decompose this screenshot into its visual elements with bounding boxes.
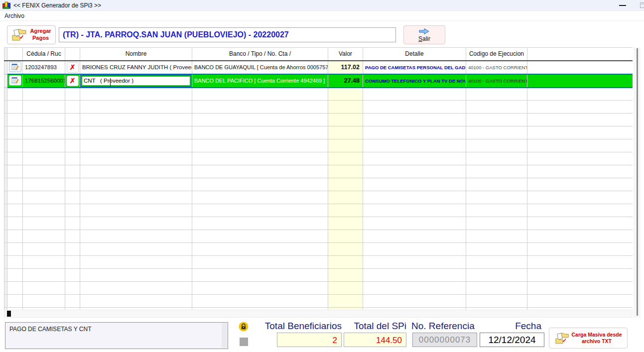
horizontal-scrollbar[interactable] <box>4 310 633 318</box>
column-header-detalle: Detalle <box>363 48 466 61</box>
total-spi-label: Total del SPi <box>319 321 406 332</box>
delete-row-button[interactable]: ✗ <box>67 62 79 73</box>
carga-masiva-label: Carga Masiva desde archivo TXT <box>572 332 622 345</box>
banco-cell[interactable]: BANCO DEL PACIFICO [ Cuenta Corriente 49… <box>192 74 328 88</box>
codigo-cell[interactable]: 40100 - GASTO CORRIENTE <box>466 74 527 88</box>
empty-row <box>4 126 633 139</box>
menu-archivo[interactable]: Archivo <box>0 12 29 19</box>
empty-row <box>4 152 633 165</box>
valor-cell[interactable]: 27.48 <box>328 74 363 88</box>
empty-row <box>4 139 633 152</box>
column-header-banco: Banco / Tipo / No. Cta / <box>192 48 328 61</box>
cedula-cell[interactable]: 1768152560001 <box>23 74 65 88</box>
column-header-nombre: Nombre <box>80 48 192 61</box>
empty-row <box>4 230 633 243</box>
grid-header-row: Cédula / Ruc Nombre Banco / Tipo / No. C… <box>4 48 633 61</box>
empty-row <box>4 204 633 217</box>
minimize-button[interactable] <box>619 5 626 6</box>
agregar-pagos-button[interactable]: Agregar Pagos <box>7 25 56 44</box>
status-square[interactable] <box>240 338 248 346</box>
title-bar: << FENIX Generador de SPi3 >> <box>0 0 644 11</box>
edit-row-button[interactable] <box>9 62 21 72</box>
total-spi-value: 144.50 <box>344 333 406 347</box>
empty-row <box>4 114 633 126</box>
note-with-pencil-icon <box>11 63 19 71</box>
total-beneficiarios-value: 2 <box>277 333 342 347</box>
menu-bar: Archivo <box>0 11 644 21</box>
column-header-codigo: Codigo de Ejecucion <box>466 48 527 61</box>
agregar-pagos-label: Agregar Pagos <box>30 28 51 42</box>
salir-button[interactable]: Salir <box>403 25 445 44</box>
nombre-cell[interactable]: BRIONES CRUZ FANNY JUDITH ( Proveedor ) <box>80 61 192 74</box>
nombre-edit-input[interactable] <box>82 77 190 85</box>
valor-cell[interactable]: 117.02 <box>328 61 363 74</box>
text-caret <box>110 78 111 87</box>
blue-right-arrow-icon <box>418 28 430 35</box>
column-header-valor: Valor <box>328 48 363 61</box>
column-header <box>65 48 80 61</box>
window-title: << FENIX Generador de SPi3 >> <box>13 2 101 9</box>
note-textarea[interactable]: PAGO DE CAMISETAS Y CNT <box>5 322 228 349</box>
fecha-value[interactable]: 12/12/2024 <box>480 333 544 347</box>
codigo-cell[interactable]: 40100 - GASTO CORRIENTE <box>466 61 527 74</box>
salir-label: Salir <box>418 35 430 42</box>
folders-with-red-arrow-icon <box>555 332 570 345</box>
table-row-selected: 1768152560001 ✗ BANCO DEL PACIFICO [ Cue… <box>4 74 633 88</box>
empty-row <box>4 165 633 178</box>
column-header <box>527 48 633 61</box>
app-icon <box>2 1 10 9</box>
table-row: 1203247893 ✗ BRIONES CRUZ FANNY JUDITH (… <box>4 61 633 74</box>
empty-row <box>4 256 633 269</box>
footer: PAGO DE CAMISETAS Y CNT Total Beneficiar… <box>0 319 644 352</box>
empty-row <box>4 217 633 230</box>
empty-row <box>4 269 633 282</box>
carga-masiva-button[interactable]: Carga Masiva desde archivo TXT <box>549 328 628 349</box>
toolbar: Agregar Pagos (TR) - JTA. PARROQ.SAN JUA… <box>0 21 644 47</box>
column-header-cedula: Cédula / Ruc <box>23 48 65 61</box>
detalle-cell[interactable]: CONSUMO TELEFONICO Y PLAN TV DE NOVIEMBR… <box>363 74 466 88</box>
detalle-cell[interactable]: PAGO DE CAMISETAS PERSONAL DEL GAD <box>363 61 466 74</box>
no-referencia-value: 0000000073 <box>412 333 477 347</box>
no-referencia-label: No. Referencia <box>411 321 481 332</box>
cedula-cell[interactable]: 1203247893 <box>23 61 65 74</box>
vertical-scrollbar[interactable] <box>634 47 641 318</box>
fecha-label: Fecha <box>477 321 541 332</box>
horizontal-scrollbar-thumb[interactable] <box>7 311 11 317</box>
empty-row <box>4 191 633 204</box>
empty-row <box>4 295 633 308</box>
nombre-edit-box <box>80 75 192 87</box>
red-x-icon: ✗ <box>70 63 76 71</box>
note-with-pencil-icon <box>11 76 19 84</box>
folders-with-red-arrow-icon <box>11 28 27 42</box>
restore-button[interactable] <box>640 2 644 8</box>
empty-row <box>4 178 633 191</box>
payments-grid: Cédula / Ruc Nombre Banco / Tipo / No. C… <box>4 47 633 310</box>
entity-title-field[interactable]: (TR) - JTA. PARROQ.SAN JUAN (PUEBLOVIEJO… <box>59 27 396 42</box>
empty-row <box>4 88 633 101</box>
red-x-icon: ✗ <box>70 77 76 85</box>
delete-row-button[interactable]: ✗ <box>67 76 79 86</box>
empty-row <box>4 101 633 114</box>
note-text: PAGO DE CAMISETAS Y CNT <box>9 326 91 333</box>
edit-row-button[interactable] <box>9 75 21 86</box>
empty-row <box>4 282 633 295</box>
column-header <box>7 48 23 61</box>
banco-cell[interactable]: BANCO DE GUAYAQUIL [ Cuenta de Ahorros 0… <box>192 61 328 74</box>
empty-row <box>4 243 633 256</box>
note-scrollbar[interactable] <box>222 323 227 348</box>
vertical-scrollbar-thumb[interactable] <box>637 48 638 316</box>
